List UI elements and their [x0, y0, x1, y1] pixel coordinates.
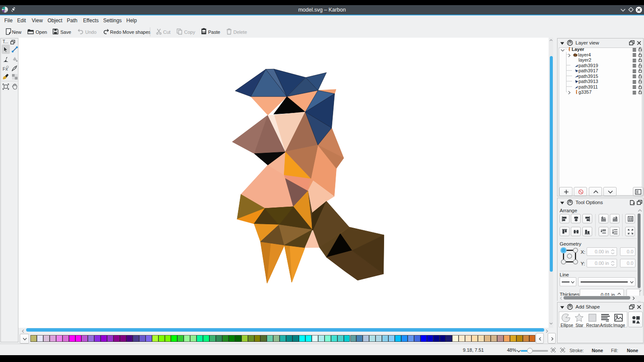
svg-text:Fx: Fx: [3, 66, 8, 71]
